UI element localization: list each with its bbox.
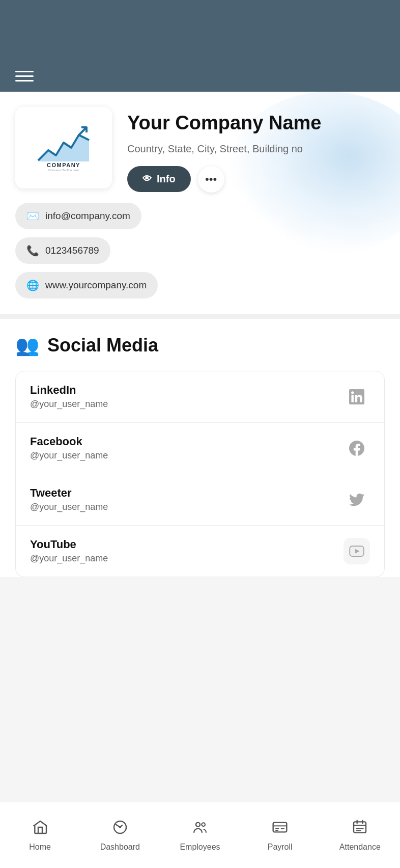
dashboard-label: Dashboard [100, 843, 140, 852]
twitter-icon [344, 486, 370, 513]
twitter-platform: Tweeter [30, 486, 108, 500]
home-icon [32, 819, 48, 839]
nav-item-payroll[interactable]: Payroll [254, 819, 305, 852]
youtube-text: YouTube @your_user_name [30, 538, 108, 564]
social-media-header-icon: 👥 [15, 334, 39, 357]
social-media-title: Social Media [47, 335, 158, 356]
email-value: info@company.com [45, 210, 130, 222]
eye-icon: 👁 [142, 174, 152, 184]
info-button[interactable]: 👁 Info [127, 166, 191, 192]
header-bar [0, 0, 400, 92]
svg-point-8 [196, 822, 200, 826]
contact-chips: ✉️ info@company.com 📞 0123456789 🌐 www.y… [15, 203, 385, 299]
email-icon: ✉️ [26, 210, 39, 222]
website-chip[interactable]: 🌐 www.yourcompany.com [15, 272, 158, 299]
social-media-section: 👥 Social Media LinkedIn @your_user_name … [0, 319, 400, 577]
social-item-youtube[interactable]: YouTube @your_user_name [16, 526, 384, 577]
more-dots-icon: ••• [205, 173, 217, 186]
twitter-username: @your_user_name [30, 502, 108, 512]
nav-item-dashboard[interactable]: Dashboard [95, 819, 146, 852]
social-item-twitter[interactable]: Tweeter @your_user_name [16, 474, 384, 526]
svg-text:Company Tagline here: Company Tagline here [48, 169, 79, 171]
facebook-username: @your_user_name [30, 450, 108, 461]
phone-icon: 📞 [26, 245, 39, 257]
facebook-platform: Facebook [30, 435, 108, 448]
svg-line-0 [79, 127, 87, 135]
more-button[interactable]: ••• [198, 166, 224, 193]
linkedin-platform: LinkedIn [30, 384, 108, 397]
svg-marker-1 [38, 136, 89, 161]
svg-point-9 [202, 823, 205, 826]
social-item-linkedin[interactable]: LinkedIn @your_user_name [16, 371, 384, 423]
company-logo-svg: COMPANY Company Tagline here [33, 125, 94, 171]
nav-item-employees[interactable]: Employees [175, 819, 225, 852]
facebook-icon [344, 435, 370, 462]
payroll-icon [272, 819, 288, 839]
phone-chip[interactable]: 📞 0123456789 [15, 237, 110, 264]
svg-rect-10 [273, 822, 287, 832]
svg-point-7 [119, 826, 121, 828]
email-chip[interactable]: ✉️ info@company.com [15, 203, 141, 229]
hamburger-menu[interactable] [15, 71, 34, 82]
phone-value: 0123456789 [45, 245, 99, 256]
website-value: www.yourcompany.com [45, 280, 147, 291]
youtube-platform: YouTube [30, 538, 108, 551]
twitter-text: Tweeter @your_user_name [30, 486, 108, 512]
section-divider [0, 314, 400, 319]
company-top: COMPANY Company Tagline here Your Compan… [15, 107, 385, 193]
company-section: COMPANY Company Tagline here Your Compan… [0, 92, 400, 314]
employees-icon [192, 819, 208, 839]
company-name: Your Company Name [127, 112, 385, 134]
bottom-nav-spacer [0, 577, 400, 659]
svg-text:COMPANY: COMPANY [47, 162, 80, 168]
facebook-text: Facebook @your_user_name [30, 435, 108, 461]
youtube-icon [344, 538, 370, 564]
linkedin-text: LinkedIn @your_user_name [30, 384, 108, 410]
social-media-header: 👥 Social Media [15, 334, 385, 357]
company-address: Country, State, City, Street, Building n… [127, 142, 385, 156]
youtube-username: @your_user_name [30, 553, 108, 564]
nav-item-home[interactable]: Home [15, 819, 66, 852]
company-info: Your Company Name Country, State, City, … [127, 107, 385, 193]
social-media-card: LinkedIn @your_user_name Facebook @your_… [15, 371, 385, 577]
info-button-label: Info [157, 173, 176, 185]
dashboard-icon [112, 819, 128, 839]
linkedin-username: @your_user_name [30, 399, 108, 410]
employees-label: Employees [180, 843, 220, 852]
payroll-label: Payroll [268, 843, 293, 852]
attendance-icon [352, 819, 368, 839]
bottom-navigation: Home Dashboard Employees [0, 802, 400, 868]
globe-icon: 🌐 [26, 279, 39, 291]
social-item-facebook[interactable]: Facebook @your_user_name [16, 423, 384, 474]
home-label: Home [29, 843, 51, 852]
company-actions: 👁 Info ••• [127, 166, 385, 193]
attendance-label: Attendance [339, 843, 381, 852]
company-logo-box: COMPANY Company Tagline here [15, 107, 112, 188]
linkedin-icon [344, 384, 370, 410]
nav-item-attendance[interactable]: Attendance [334, 819, 385, 852]
